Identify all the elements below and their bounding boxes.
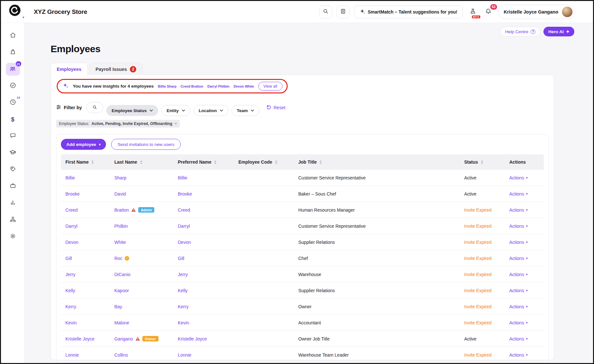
row-actions-button[interactable]: Actions▾ <box>509 352 528 358</box>
employee-last-name-link[interactable]: Malone <box>114 320 129 325</box>
column-header-employee-code[interactable]: Employee Code <box>234 159 294 165</box>
employee-last-name-link[interactable]: David <box>114 191 126 196</box>
employee-first-name-link[interactable]: Brooke <box>65 191 80 196</box>
sidebar-item-benefits[interactable] <box>6 163 20 176</box>
row-actions-button[interactable]: Actions▾ <box>509 288 528 293</box>
employee-preferred-name-link[interactable]: Kelly <box>178 288 187 293</box>
column-header-preferred-name[interactable]: Preferred Name <box>173 159 234 165</box>
employee-last-name-link[interactable]: White <box>114 240 126 245</box>
employee-first-name-link[interactable]: Kristelle Joyce <box>65 336 94 341</box>
sidebar-item-tasks[interactable] <box>6 80 20 92</box>
sidebar-item-payroll[interactable]: $ <box>6 113 20 126</box>
row-actions-button[interactable]: Actions▾ <box>509 336 528 341</box>
tab-employees[interactable]: Employees <box>51 63 88 75</box>
insight-employee-chip[interactable]: Creed Bratton <box>181 84 203 88</box>
employee-last-name-link[interactable]: Bay <box>114 304 122 309</box>
row-actions-button[interactable]: Actions▾ <box>509 256 528 261</box>
employee-first-name-link[interactable]: Jerry <box>65 272 75 277</box>
sidebar-item-settings[interactable] <box>6 230 20 243</box>
sidebar-item-learning[interactable] <box>6 147 20 159</box>
people-icon <box>9 65 16 74</box>
sidebar-item-jobs[interactable] <box>6 180 20 193</box>
filter-dropdown-location[interactable]: Location <box>194 105 228 116</box>
row-actions-button[interactable]: Actions▾ <box>509 240 528 245</box>
column-header-last-name[interactable]: Last Name <box>110 159 173 165</box>
employee-last-name-link[interactable]: DiCanio <box>114 272 130 277</box>
sort-icon[interactable] <box>91 160 94 164</box>
row-actions-button[interactable]: Actions▾ <box>509 207 528 213</box>
filter-dropdown-team[interactable]: Team <box>232 105 259 116</box>
employee-first-name-link[interactable]: Kelly <box>65 288 75 293</box>
row-actions-button[interactable]: Actions▾ <box>509 224 528 229</box>
employee-preferred-name-link[interactable]: Kristelle Joyce <box>178 336 207 341</box>
employee-first-name-link[interactable]: Lonnie <box>65 352 79 358</box>
sort-icon[interactable] <box>319 160 322 164</box>
employee-preferred-name-link[interactable]: Billie <box>178 175 187 180</box>
company-logo[interactable]: ▾ <box>9 4 23 20</box>
employee-first-name-link[interactable]: Kevin <box>65 320 77 325</box>
employee-preferred-name-link[interactable]: Jerry <box>178 272 188 277</box>
hero-ai-button[interactable]: Hero AI ✦ <box>543 27 574 36</box>
employee-preferred-name-link[interactable]: Kevin <box>178 320 189 325</box>
employee-last-name-link[interactable]: Kapoor <box>114 288 129 293</box>
employee-first-name-link[interactable]: Kerry <box>65 304 76 309</box>
organisation-button[interactable] <box>337 5 350 18</box>
column-header-job-title[interactable]: Job Title <box>294 159 460 165</box>
row-actions-button[interactable]: Actions▾ <box>509 175 528 180</box>
add-employee-button[interactable]: Add employee ▾ <box>61 139 106 150</box>
insight-employee-chip[interactable]: Darryl Philbin <box>207 84 229 88</box>
sidebar-item-home[interactable] <box>6 29 20 42</box>
sidebar-item-people[interactable]: 21 <box>6 63 20 76</box>
employee-preferred-name-link[interactable]: Creed <box>178 207 190 213</box>
status-text: Invite Expired <box>464 207 492 213</box>
sort-icon[interactable] <box>481 160 484 164</box>
row-actions-button[interactable]: Actions▾ <box>509 191 528 196</box>
column-header-status[interactable]: Status <box>460 159 505 165</box>
employee-last-name-link[interactable]: Roc <box>114 256 122 261</box>
filter-dropdown-employee-status[interactable]: Employee Status <box>106 105 158 116</box>
employee-preferred-name-link[interactable]: Lonnie <box>178 352 191 358</box>
send-invitations-button[interactable]: Send invitations to new users <box>111 139 181 150</box>
employee-last-name-link[interactable]: Philbin <box>114 224 128 229</box>
employee-last-name-link[interactable]: Sharp <box>114 175 126 180</box>
employee-first-name-link[interactable]: Gill <box>65 256 72 261</box>
sidebar-item-org-chart[interactable] <box>6 214 20 226</box>
insight-employee-chip[interactable]: Billie Sharp <box>158 84 177 88</box>
row-actions-button[interactable]: Actions▾ <box>509 272 528 277</box>
employee-preferred-name-link[interactable]: Devon <box>178 240 191 245</box>
column-header-first-name[interactable]: First Name <box>61 159 110 165</box>
employee-first-name-link[interactable]: Creed <box>65 207 78 213</box>
employee-preferred-name-link[interactable]: Darryl <box>178 224 190 229</box>
row-actions-button[interactable]: Actions▾ <box>509 320 528 325</box>
employee-preferred-name-link[interactable]: Kerry <box>178 304 188 309</box>
employee-first-name-link[interactable]: Devon <box>65 240 78 245</box>
sidebar-item-time[interactable]: 14 <box>6 96 20 109</box>
sidebar-item-reports[interactable] <box>6 197 20 210</box>
employee-last-name-link[interactable]: Bratton <box>114 207 129 213</box>
sort-icon[interactable] <box>140 160 143 164</box>
filter-search-button[interactable] <box>86 102 103 113</box>
employee-preferred-name-link[interactable]: Gill <box>178 256 184 261</box>
labs-button[interactable]: BETA <box>467 6 478 17</box>
user-menu[interactable]: Kristelle Joyce Gangano <box>498 5 575 19</box>
employee-last-name-link[interactable]: Gangano <box>114 336 133 341</box>
close-icon[interactable]: × <box>175 122 177 126</box>
employee-preferred-name-link[interactable]: Brooke <box>178 191 192 196</box>
insight-employee-chip[interactable]: Devon White <box>234 84 254 88</box>
row-actions-button[interactable]: Actions▾ <box>509 304 528 309</box>
employee-first-name-link[interactable]: Darryl <box>65 224 77 229</box>
employee-last-name-link[interactable]: Collins <box>114 352 128 358</box>
sidebar-item-store[interactable] <box>6 46 20 59</box>
filter-dropdown-entity[interactable]: Entity <box>161 105 190 116</box>
tab-payroll-issues[interactable]: Payroll Issues 2 <box>90 63 143 75</box>
notifications-button[interactable]: 53 <box>483 6 494 17</box>
help-centre-button[interactable]: Help Centre ? <box>500 27 540 36</box>
sort-icon[interactable] <box>275 160 278 164</box>
sidebar-item-chat[interactable] <box>6 130 20 143</box>
view-all-button[interactable]: View all <box>258 82 283 91</box>
search-button[interactable] <box>319 5 332 18</box>
reset-filters-button[interactable]: Reset <box>264 104 287 111</box>
employee-first-name-link[interactable]: Billie <box>65 175 75 180</box>
sort-icon[interactable] <box>214 160 217 164</box>
smartmatch-button[interactable]: SmartMatch – Talent suggestions for you! <box>354 5 463 18</box>
